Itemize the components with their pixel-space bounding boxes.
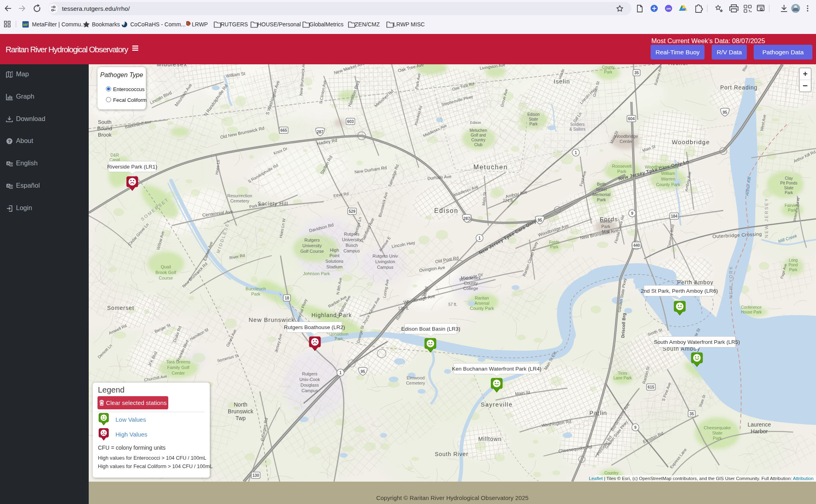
svg-text:Brook Golf: Brook Golf: [155, 270, 177, 275]
svg-text:Campus: Campus: [302, 388, 318, 393]
svg-text:529: 529: [349, 209, 356, 214]
svg-text:Edison Boat Basin (LR3): Edison Boat Basin (LR3): [401, 326, 460, 332]
svg-text:Park: Park: [789, 268, 798, 272]
svg-text:Tara Greens: Tara Greens: [166, 359, 191, 364]
svg-text:Livingston: Livingston: [375, 259, 395, 264]
svg-text:287: 287: [464, 216, 470, 221]
svg-text:South River: South River: [435, 451, 468, 457]
svg-text:Port Reading: Port Reading: [720, 84, 758, 91]
svg-text:Park: Park: [529, 122, 538, 126]
svg-text:Woodbridge: Woodbridge: [672, 139, 710, 145]
svg-text:County: County: [464, 281, 478, 286]
svg-text:Perth Amboy: Perth Amboy: [677, 279, 713, 286]
svg-text:130: 130: [253, 473, 259, 478]
svg-text:?: ?: [8, 139, 11, 144]
svg-text:Israel: Israel: [596, 187, 607, 192]
svg-text:Bookmarks: Bookmarks: [92, 21, 120, 28]
svg-text:County Park: County Park: [656, 182, 681, 187]
svg-text:Middlesex: Middlesex: [461, 276, 481, 280]
svg-text:Center: Center: [619, 139, 633, 144]
svg-text:Conference: Conference: [741, 305, 762, 310]
svg-text:文: 文: [10, 163, 13, 166]
svg-text:665: 665: [281, 128, 287, 133]
svg-text:57 ft.: 57 ft.: [448, 302, 457, 307]
svg-text:RUTGERS: RUTGERS: [221, 21, 248, 28]
svg-text:House Park: House Park: [741, 310, 762, 314]
svg-text:Club: Club: [474, 143, 483, 147]
svg-text:Busch: Busch: [346, 243, 358, 248]
svg-text:Menlo: Menlo: [600, 219, 612, 224]
svg-text:MF: MF: [23, 23, 28, 27]
svg-text:NEW JERSEY: NEW JERSEY: [764, 197, 769, 238]
svg-text:State: State: [784, 186, 794, 190]
svg-text:Resurrection: Resurrection: [227, 193, 252, 198]
svg-text:Brook: Brook: [98, 132, 111, 138]
svg-text:9: 9: [631, 211, 633, 216]
svg-text:Point: Point: [329, 253, 339, 258]
svg-text:Rutgers: Rutgers: [344, 232, 360, 236]
svg-text:Park: Park: [604, 70, 613, 74]
svg-text:Rutgers: Rutgers: [302, 371, 318, 376]
svg-text:Cheesequake: Cheesequake: [704, 425, 731, 430]
svg-text:Bound: Bound: [97, 125, 112, 131]
svg-text:1: 1: [478, 236, 481, 240]
svg-text:Campus: Campus: [344, 248, 360, 253]
svg-text:Quail: Quail: [161, 264, 171, 269]
svg-text:Fairview: Fairview: [784, 203, 800, 208]
svg-text:Mall: Mall: [602, 229, 610, 234]
svg-text:Fords: Fords: [549, 240, 559, 244]
svg-text:Elmwood: Elmwood: [406, 375, 424, 380]
svg-text:Rutgers Univ: Rutgers Univ: [372, 254, 398, 258]
svg-text:Park: Park: [713, 436, 722, 441]
svg-text:Lane Park: Lane Park: [613, 376, 632, 380]
svg-text:Park: Park: [335, 337, 344, 341]
svg-text:LRWP MISC: LRWP MISC: [393, 21, 425, 28]
svg-text:Park: Park: [788, 208, 797, 212]
svg-text:Rutgers: Rutgers: [305, 238, 320, 242]
svg-text:Douglass: Douglass: [301, 383, 319, 387]
svg-text:Arsenal: Arsenal: [474, 301, 489, 306]
svg-text:Soldiers: Soldiers: [570, 122, 585, 127]
svg-text:Tices: Tices: [618, 371, 627, 375]
svg-text:Pit Ponds: Pit Ponds: [780, 181, 798, 185]
svg-text:Cemetery: Cemetery: [406, 381, 425, 385]
svg-text:184: 184: [671, 214, 678, 218]
svg-text:South Amboy Waterfront Park (L: South Amboy Waterfront Park (LR5): [654, 339, 740, 345]
svg-text:William: William: [661, 171, 675, 176]
svg-text:Roosevelt: Roosevelt: [612, 164, 632, 169]
svg-text:CoCoRaHS - Comm...: CoCoRaHS - Comm...: [130, 21, 185, 28]
svg-text:440: 440: [633, 243, 640, 248]
svg-text:Univ-Cook: Univ-Cook: [299, 377, 320, 382]
svg-text:35: 35: [689, 412, 694, 416]
svg-text:Avenel: Avenel: [669, 64, 688, 66]
svg-text:603: 603: [347, 119, 354, 124]
svg-text:Country: Country: [604, 471, 618, 475]
svg-text:Beth: Beth: [597, 182, 606, 187]
svg-text:139 ft.: 139 ft.: [398, 306, 409, 311]
svg-text:Parlin: Parlin: [589, 409, 607, 416]
svg-text:2nd St Park, Perth Amboy (LR6): 2nd St Park, Perth Amboy (LR6): [641, 288, 718, 294]
svg-text:Cemetery: Cemetery: [230, 198, 249, 203]
svg-text:State: State: [712, 431, 722, 435]
svg-text:Twp: Twp: [235, 415, 246, 421]
svg-text:MetaFilter | Commu...: MetaFilter | Commu...: [32, 21, 86, 28]
svg-text:Clay: Clay: [785, 176, 793, 181]
svg-text:GlobalMetrics: GlobalMetrics: [309, 21, 344, 28]
svg-text:Center: Center: [171, 371, 185, 375]
svg-text:604: 604: [628, 117, 635, 121]
svg-text:LRWP: LRWP: [192, 21, 208, 28]
svg-text:State: State: [529, 117, 538, 121]
svg-text:ZEN/CMZ: ZEN/CMZ: [355, 21, 380, 28]
svg-text:Buccleuch: Buccleuch: [246, 286, 266, 291]
svg-text:−: −: [803, 81, 808, 91]
svg-text:D&R: D&R: [110, 153, 119, 157]
svg-text:287: 287: [317, 130, 324, 134]
svg-text:+: +: [803, 69, 808, 78]
svg-text:zm: zm: [666, 7, 671, 10]
svg-text:9: 9: [634, 425, 637, 430]
svg-text:Brunswick: Brunswick: [228, 408, 254, 415]
svg-text:Harbor: Harbor: [751, 428, 768, 435]
svg-text:Park: Park: [617, 169, 627, 174]
svg-text:1: 1: [339, 371, 342, 375]
svg-text:Leaflet | Tiles © Esri, (c) Op: Leaflet | Tiles © Esri, (c) OpenStreetMa…: [589, 476, 814, 481]
